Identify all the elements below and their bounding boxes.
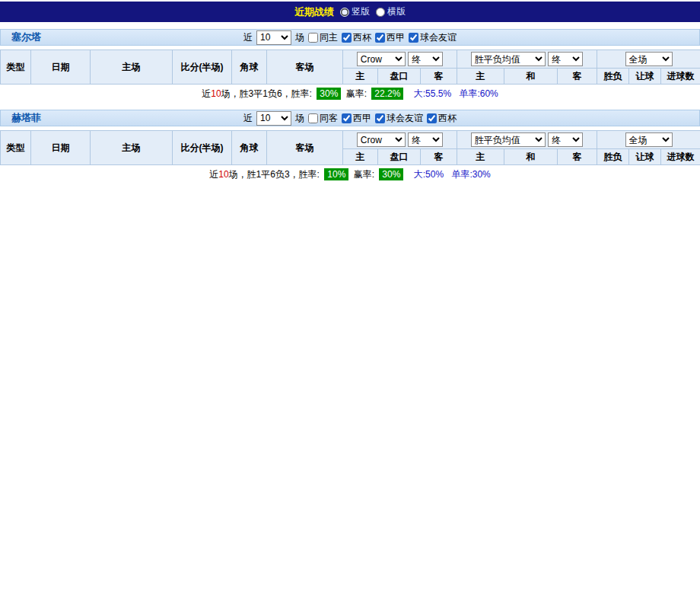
games-label: 场 (295, 112, 304, 125)
summary-prefix: 近 (209, 169, 218, 180)
subcol-goals: 进球数 (661, 149, 700, 165)
avg-type-select[interactable]: 胜平负均值 (471, 132, 546, 147)
avg-type-select[interactable]: 胜平负均值 (471, 52, 546, 66)
odds-group-header: Crow 终 (343, 131, 457, 149)
subcol-odds-line: 盘口 (378, 149, 421, 165)
summary-line: 近10场，胜1平6负3，胜率: 10% 赢率: 30% 大:50% 单率:30% (0, 165, 700, 184)
win-rate-badge: 30% (317, 88, 341, 100)
odds-time-select[interactable]: 终 (408, 52, 443, 66)
layout-horizontal-label: 横版 (387, 5, 406, 18)
summary-record: 场，胜1平6负3，胜率: (229, 169, 323, 180)
summary-count: 10 (211, 88, 221, 99)
avg-time-select[interactable]: 终 (548, 132, 583, 147)
summary-line: 近10场，胜3平1负6，胜率: 30% 赢率: 22.2% 大:55.5% 单率… (0, 85, 700, 103)
col-date: 日期 (31, 50, 91, 85)
layout-vertical-option[interactable]: 竖版 (340, 5, 370, 18)
col-corners: 角球 (232, 131, 267, 165)
col-score: 比分(半场) (173, 50, 232, 85)
handicap-rate-label: 赢率: (354, 169, 377, 180)
col-type: 类型 (1, 131, 31, 165)
col-type: 类型 (1, 50, 31, 85)
near-label: 近 (243, 31, 253, 44)
filter-friendly-checkbox[interactable] (409, 33, 418, 43)
scope-group-header: 全场 (597, 50, 700, 69)
subcol-wdl: 胜负 (597, 149, 629, 165)
subcol-goals: 进球数 (661, 69, 700, 85)
subcol-odds-away: 客 (421, 69, 457, 85)
big-rate: 大:50% (414, 169, 444, 180)
filter-friendly[interactable]: 球会友谊 (375, 112, 423, 125)
single-rate: 单率:30% (451, 169, 490, 180)
subcol-avg-win: 主 (457, 69, 504, 85)
filter-laliga-checkbox[interactable] (342, 113, 352, 123)
match-count-select[interactable]: 10 (256, 111, 291, 126)
subcol-avg-win: 主 (457, 149, 504, 165)
match-count-select[interactable]: 10 (256, 30, 291, 45)
col-home: 主场 (91, 50, 173, 85)
topbar: 近期战绩 竖版 横版 (0, 2, 700, 22)
single-rate: 单率:60% (459, 88, 498, 99)
subcol-wdl: 胜负 (597, 69, 629, 85)
scope-group-header: 全场 (597, 131, 700, 149)
subcol-avg-loss: 客 (558, 69, 597, 85)
team-header-bar: 赫塔菲 近 10 场 同客 西甲 球会友谊 西杯 (0, 110, 700, 126)
section-getafe: 赫塔菲 近 10 场 同客 西甲 球会友谊 西杯 (0, 110, 700, 184)
filter-laliga[interactable]: 西甲 (375, 31, 405, 44)
col-away: 客场 (267, 50, 343, 85)
scope-select[interactable]: 全场 (625, 132, 673, 147)
section-celta: 塞尔塔 近 10 场 同主 西杯 西甲 球会友谊 (0, 29, 700, 103)
col-corners: 角球 (232, 50, 267, 85)
filter-same-home-checkbox[interactable] (308, 33, 318, 43)
odds-time-select[interactable]: 终 (408, 132, 443, 147)
subcol-handicap: 让球 (629, 149, 661, 165)
matches-table: 类型 日期 主场 比分(半场) 角球 客场 Crow 终 胜平负均值 终 全场 (0, 49, 700, 85)
layout-vertical-radio[interactable] (340, 8, 349, 17)
big-rate: 大:55.5% (414, 88, 451, 99)
subcol-avg-loss: 客 (558, 149, 597, 165)
filter-copa-checkbox[interactable] (427, 113, 437, 123)
filter-laliga[interactable]: 西甲 (342, 112, 371, 125)
matches-table: 类型 日期 主场 比分(半场) 角球 客场 Crow 终 胜平负均值 终 全场 (0, 130, 700, 165)
filter-friendly[interactable]: 球会友谊 (409, 31, 457, 44)
subcol-odds-away: 客 (421, 149, 457, 165)
filter-controls: 近 10 场 同主 西杯 西甲 球会友谊 (243, 30, 457, 45)
col-score: 比分(半场) (173, 131, 232, 165)
filter-same-away-checkbox[interactable] (308, 113, 318, 123)
col-away: 客场 (267, 131, 343, 165)
team-header-bar: 塞尔塔 近 10 场 同主 西杯 西甲 球会友谊 (0, 29, 700, 46)
games-label: 场 (295, 31, 304, 44)
filter-same-away[interactable]: 同客 (308, 112, 338, 125)
avg-group-header: 胜平负均值 终 (457, 131, 597, 149)
team-name: 塞尔塔 (11, 30, 41, 44)
scope-select[interactable]: 全场 (625, 52, 673, 66)
layout-vertical-label: 竖版 (352, 5, 370, 18)
team-name: 赫塔菲 (11, 111, 41, 125)
filter-copa-checkbox[interactable] (342, 33, 352, 43)
filter-copa[interactable]: 西杯 (342, 31, 371, 44)
odds-group-header: Crow 终 (343, 50, 457, 69)
filter-friendly-checkbox[interactable] (375, 113, 385, 123)
filter-copa[interactable]: 西杯 (427, 112, 457, 125)
subcol-avg-draw: 和 (504, 149, 558, 165)
layout-horizontal-radio[interactable] (376, 8, 385, 17)
handicap-rate-badge: 22.2% (371, 88, 403, 100)
near-label: 近 (243, 112, 253, 125)
avg-time-select[interactable]: 终 (548, 52, 583, 66)
odds-company-select[interactable]: Crow (357, 52, 406, 66)
subcol-odds-line: 盘口 (378, 69, 421, 85)
handicap-rate-label: 赢率: (346, 88, 370, 99)
subcol-odds-home: 主 (343, 69, 378, 85)
layout-horizontal-option[interactable]: 横版 (376, 5, 406, 18)
handicap-rate-badge: 30% (379, 168, 403, 180)
subcol-odds-home: 主 (343, 149, 378, 165)
summary-prefix: 近 (202, 88, 211, 99)
summary-count: 10 (218, 169, 228, 180)
summary-record: 场，胜3平1负6，胜率: (221, 88, 315, 99)
avg-group-header: 胜平负均值 终 (457, 50, 597, 69)
win-rate-badge: 10% (324, 168, 348, 180)
page-title: 近期战绩 (294, 5, 334, 19)
odds-company-select[interactable]: Crow (357, 132, 406, 147)
filter-same-home[interactable]: 同主 (308, 31, 338, 44)
subcol-handicap: 让球 (629, 69, 661, 85)
filter-laliga-checkbox[interactable] (375, 33, 385, 43)
